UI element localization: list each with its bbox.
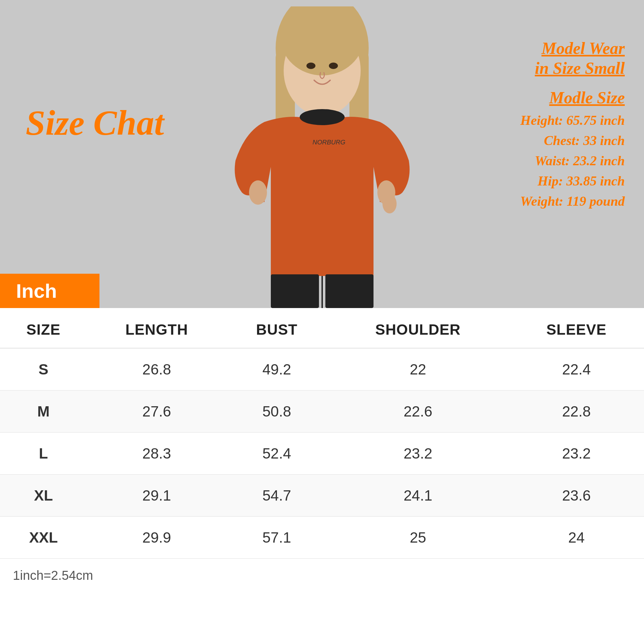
model-stats: Height: 65.75 inch Chest: 33 inch Waist:… (520, 110, 625, 211)
table-cell-0-0: S (0, 348, 87, 391)
table-cell-4-1: 29.9 (87, 517, 227, 559)
table-cell-2-0: L (0, 433, 87, 475)
svg-point-6 (306, 63, 315, 69)
table-cell-4-4: 24 (509, 517, 644, 559)
table-cell-1-0: M (0, 391, 87, 433)
table-row: XXL29.957.12524 (0, 517, 644, 559)
svg-rect-11 (325, 274, 374, 308)
table-row: M27.650.822.622.8 (0, 391, 644, 433)
model-info: Model Wear in Size Small Modle Size Heig… (520, 39, 625, 211)
table-cell-4-3: 25 (327, 517, 509, 559)
table-cell-2-1: 28.3 (87, 433, 227, 475)
table-cell-3-1: 29.1 (87, 475, 227, 517)
model-weight: Weight: 119 pound (520, 191, 625, 211)
table-cell-1-3: 22.6 (327, 391, 509, 433)
top-section: Size Chat (0, 0, 644, 308)
model-chest: Chest: 33 inch (520, 131, 625, 151)
size-chat-title: Size Chat (26, 103, 164, 143)
table-cell-1-1: 27.6 (87, 391, 227, 433)
svg-point-13 (249, 180, 267, 205)
table-cell-2-2: 52.4 (227, 433, 327, 475)
table-section: SIZE LENGTH BUST SHOULDER SLEEVE S26.849… (0, 308, 644, 644)
col-header-shoulder: SHOULDER (327, 308, 509, 348)
col-header-size: SIZE (0, 308, 87, 348)
table-row: L28.352.423.223.2 (0, 433, 644, 475)
model-hip: Hip: 33.85 inch (520, 171, 625, 191)
table-cell-3-3: 24.1 (327, 475, 509, 517)
table-cell-4-2: 57.1 (227, 517, 327, 559)
table-cell-0-1: 26.8 (87, 348, 227, 391)
size-table: SIZE LENGTH BUST SHOULDER SLEEVE S26.849… (0, 308, 644, 559)
table-cell-2-3: 23.2 (327, 433, 509, 475)
col-header-bust: BUST (227, 308, 327, 348)
table-cell-0-2: 49.2 (227, 348, 327, 391)
svg-rect-10 (271, 274, 319, 308)
svg-point-15 (382, 194, 397, 213)
col-header-sleeve: SLEEVE (509, 308, 644, 348)
model-image: NORBURG (226, 6, 418, 308)
table-cell-0-3: 22 (327, 348, 509, 391)
col-header-length: LENGTH (87, 308, 227, 348)
model-size-label: Modle Size (520, 88, 625, 107)
table-cell-2-4: 23.2 (509, 433, 644, 475)
table-cell-1-2: 50.8 (227, 391, 327, 433)
svg-point-8 (300, 109, 345, 125)
svg-point-7 (329, 63, 338, 69)
table-cell-4-0: XXL (0, 517, 87, 559)
table-row: XL29.154.724.123.6 (0, 475, 644, 517)
table-cell-1-4: 22.8 (509, 391, 644, 433)
table-cell-3-2: 54.7 (227, 475, 327, 517)
table-cell-3-4: 23.6 (509, 475, 644, 517)
table-cell-3-0: XL (0, 475, 87, 517)
conversion-note: 1inch=2.54cm (0, 559, 644, 592)
main-container: Size Chat (0, 0, 644, 644)
model-wear-title: Model Wear in Size Small (520, 39, 625, 79)
table-header-row: SIZE LENGTH BUST SHOULDER SLEEVE (0, 308, 644, 348)
model-height: Height: 65.75 inch (520, 110, 625, 131)
inch-badge: Inch (0, 274, 99, 308)
svg-text:NORBURG: NORBURG (313, 139, 345, 146)
model-waist: Waist: 23.2 inch (520, 151, 625, 171)
table-cell-0-4: 22.4 (509, 348, 644, 391)
table-row: S26.849.22222.4 (0, 348, 644, 391)
